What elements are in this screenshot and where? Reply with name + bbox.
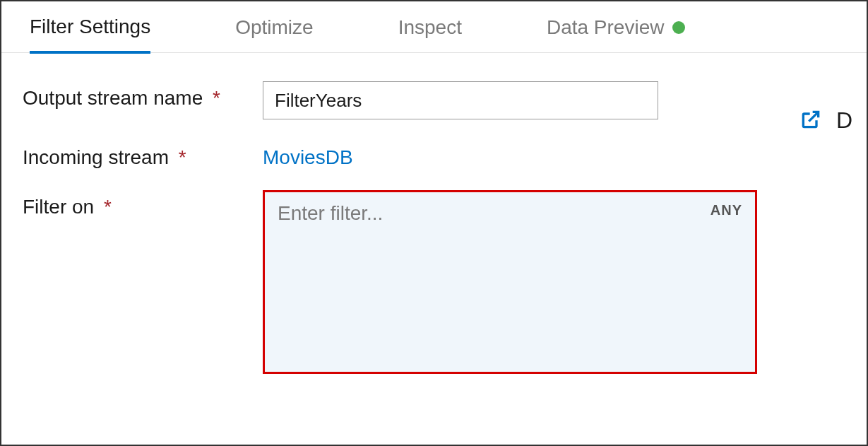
tab-bar: Filter Settings Optimize Inspect Data Pr…	[1, 1, 867, 53]
filter-placeholder: Enter filter...	[278, 202, 383, 224]
required-marker: *	[179, 146, 186, 168]
label-text: Incoming stream	[23, 146, 169, 168]
open-external-icon[interactable]	[799, 108, 822, 134]
status-dot-icon	[672, 21, 685, 34]
required-marker: *	[104, 196, 112, 218]
tab-label: Data Preview	[547, 16, 665, 39]
label-filter-on: Filter on *	[23, 190, 263, 218]
tab-label: Inspect	[398, 16, 462, 39]
incoming-stream-link[interactable]: MoviesDB	[263, 141, 353, 169]
tab-inspect[interactable]: Inspect	[398, 16, 462, 52]
row-output-stream: Output stream name *	[23, 81, 845, 119]
label-text: Filter on	[23, 196, 94, 218]
row-filter-on: Filter on * Enter filter... ANY	[23, 190, 845, 374]
label-incoming-stream: Incoming stream *	[23, 141, 263, 169]
tab-data-preview[interactable]: Data Preview	[547, 16, 686, 52]
truncated-text: D	[836, 107, 852, 134]
tab-label: Optimize	[235, 16, 313, 39]
row-incoming-stream: Incoming stream * MoviesDB	[23, 141, 845, 169]
required-marker: *	[213, 87, 220, 109]
filter-expression-input[interactable]: Enter filter... ANY	[263, 190, 757, 374]
tab-filter-settings[interactable]: Filter Settings	[30, 16, 150, 54]
right-extras: D	[799, 107, 852, 134]
tab-label: Filter Settings	[30, 16, 150, 38]
tab-optimize[interactable]: Optimize	[235, 16, 313, 52]
filter-type-badge: ANY	[711, 202, 742, 218]
label-text: Output stream name	[23, 87, 203, 109]
output-stream-input[interactable]	[263, 81, 658, 119]
label-output-stream: Output stream name *	[23, 81, 263, 110]
form-content: Output stream name * Incoming stream * M…	[1, 53, 867, 423]
